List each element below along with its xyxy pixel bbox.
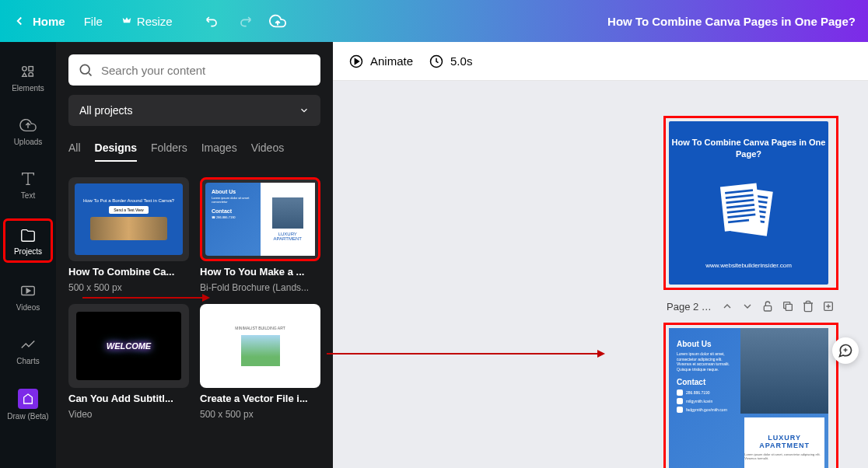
tab-videos[interactable]: Videos (251, 141, 285, 162)
cloud-sync-icon[interactable] (269, 12, 286, 30)
project-subtitle: 500 x 500 px (200, 409, 320, 420)
projects-icon (19, 225, 37, 244)
svg-rect-23 (786, 304, 792, 310)
panel-tabs: All Designs Folders Images Videos (68, 141, 320, 162)
page-label[interactable]: Page 2 - A.. (667, 301, 714, 313)
home-label: Home (33, 15, 65, 28)
sidebar-label: Text (21, 191, 35, 200)
annotation-arrow-2 (327, 353, 599, 354)
annotation-arrowhead-1 (202, 294, 210, 302)
sidebar-label: Charts (16, 357, 39, 365)
search-box[interactable] (68, 54, 320, 86)
home-button[interactable]: Home (12, 14, 65, 28)
sidebar-label: Draw (Beta) (7, 412, 48, 421)
project-title: Create a Vector File i... (200, 393, 320, 404)
chevron-down-icon (299, 105, 310, 116)
duration-button[interactable]: 5.0s (429, 54, 472, 69)
duplicate-button[interactable] (781, 299, 795, 313)
topbar: Home File Resize How To Combine Canva Pa… (0, 0, 868, 42)
svg-rect-1 (29, 67, 33, 72)
file-menu[interactable]: File (84, 15, 103, 28)
sidebar-item-text[interactable]: Text (3, 165, 53, 204)
uploads-icon (19, 116, 37, 134)
page-controls: Page 2 - A.. (663, 299, 838, 313)
delete-button[interactable] (801, 299, 815, 313)
search-icon (78, 62, 93, 78)
document-icon (714, 176, 784, 246)
projects-dropdown[interactable]: All projects (68, 95, 320, 126)
undo-button[interactable] (204, 12, 221, 30)
animate-icon (348, 54, 364, 69)
document-title[interactable]: How To Combine Canva Pages in One Page? (607, 15, 856, 28)
comment-button[interactable] (832, 337, 859, 364)
page-1[interactable]: How To Combine Canva Pages in One Page? … (669, 121, 828, 285)
redo-button[interactable] (236, 12, 254, 30)
comment-icon (838, 343, 853, 358)
svg-rect-14 (719, 183, 761, 231)
projects-grid: How To Put a Border Around Text in Canva… (68, 177, 320, 420)
crown-icon (121, 16, 132, 26)
resize-menu[interactable]: Resize (121, 15, 173, 28)
dropdown-label: All projects (79, 104, 132, 117)
svg-point-0 (23, 67, 27, 72)
annotation-arrow-1 (82, 297, 207, 299)
svg-rect-22 (764, 306, 771, 311)
sidebar-label: Elements (12, 84, 44, 93)
charts-icon (19, 335, 37, 354)
canvas-area: Animate 5.0s How To Combine Canva Pages … (333, 42, 868, 468)
sidebar-item-projects[interactable]: Projects (3, 218, 53, 263)
tab-all[interactable]: All (68, 141, 81, 162)
project-subtitle: Bi-Fold Brochure (Lands... (200, 282, 320, 293)
project-subtitle: 500 x 500 px (68, 282, 189, 293)
page-1-title: How To Combine Canva Pages in One Page? (669, 137, 828, 161)
canvas-toolbar: Animate 5.0s (333, 42, 868, 81)
sidebar-label: Uploads (14, 138, 43, 146)
text-icon (19, 169, 37, 188)
projects-panel: All projects All Designs Folders Images … (56, 42, 333, 468)
page-1-url: www.websitebuilderinsider.com (705, 262, 792, 269)
project-card[interactable]: MINIMALIST BUILDING ART Create a Vector … (200, 304, 320, 420)
sidebar-item-uploads[interactable]: Uploads (3, 111, 53, 151)
sidebar: Elements Uploads Text Projects Videos Ch… (0, 42, 56, 468)
page-2-wrapper: About Us Lorem ipsum dolor sit amet, con… (663, 323, 838, 468)
sidebar-item-videos[interactable]: Videos (3, 277, 53, 316)
page-1-wrapper: How To Combine Canva Pages in One Page? … (663, 116, 838, 290)
tab-images[interactable]: Images (201, 141, 237, 162)
back-arrow-icon (12, 14, 26, 28)
sidebar-label: Projects (14, 247, 42, 256)
sidebar-item-elements[interactable]: Elements (3, 58, 53, 97)
project-subtitle: Video (68, 409, 189, 420)
project-card[interactable]: How To Put a Border Around Text in Canva… (68, 177, 189, 293)
project-card[interactable]: About UsLorem ipsum dolor sit amet conse… (200, 177, 320, 293)
annotation-arrowhead-2 (597, 350, 605, 358)
draw-icon (18, 389, 38, 409)
sidebar-item-draw[interactable]: Draw (Beta) (3, 384, 53, 425)
lock-button[interactable] (761, 299, 775, 313)
animate-button[interactable]: Animate (348, 54, 413, 69)
tab-designs[interactable]: Designs (95, 141, 137, 162)
page-up-button[interactable] (720, 299, 734, 313)
videos-icon (19, 281, 37, 300)
project-title: How To Combine Ca... (68, 266, 189, 278)
project-title: Can You Add Subtitl... (68, 393, 189, 404)
sidebar-label: Videos (16, 303, 40, 312)
elements-icon (19, 62, 37, 81)
page-2[interactable]: About Us Lorem ipsum dolor sit amet, con… (669, 328, 828, 468)
add-page-button[interactable] (821, 299, 835, 313)
tab-folders[interactable]: Folders (151, 141, 187, 162)
sidebar-item-charts[interactable]: Charts (3, 330, 53, 370)
clock-icon (429, 54, 444, 69)
search-input[interactable] (101, 64, 311, 77)
svg-point-3 (80, 65, 89, 74)
project-card[interactable]: WELCOME Can You Add Subtitl... Video (68, 304, 189, 420)
page-down-button[interactable] (740, 299, 754, 313)
project-title: How To You Make a ... (200, 266, 320, 278)
